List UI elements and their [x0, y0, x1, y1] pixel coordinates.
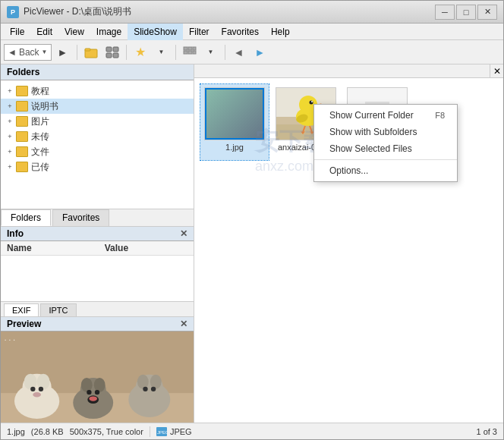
- file-item-1jpg[interactable]: 1.jpg: [200, 84, 269, 160]
- expander-icon: +: [4, 115, 16, 127]
- forward-button[interactable]: ►: [53, 43, 73, 61]
- svg-point-25: [87, 390, 91, 394]
- folder-tree[interactable]: + 教程 + 说明书 + 图片 + 未传: [1, 80, 194, 209]
- status-format-text: JPEG: [170, 427, 192, 436]
- open-folder-button[interactable]: [81, 43, 101, 61]
- expander-icon: +: [4, 130, 16, 143]
- menu-edit[interactable]: Edit: [30, 24, 58, 40]
- folder-icon: [16, 162, 28, 172]
- grid-icon: [106, 46, 119, 58]
- folder-icon: [16, 86, 28, 96]
- tree-label: 说明书: [31, 100, 58, 113]
- svg-point-28: [89, 396, 97, 401]
- preview-close-button[interactable]: ✕: [180, 319, 187, 329]
- menu-slideshow[interactable]: SlideShow: [128, 24, 183, 40]
- main-window: P PicViewer - D:\桌面\说明书 ─ □ ✕ File Edit …: [0, 0, 504, 440]
- folder-icon: [16, 131, 28, 142]
- menu-help[interactable]: Help: [265, 24, 296, 40]
- toolbar-separator-1: [77, 45, 77, 60]
- status-separator-1: [150, 426, 150, 437]
- title-bar: P PicViewer - D:\桌面\说明书 ─ □ ✕: [1, 1, 503, 24]
- svg-rect-11: [193, 51, 196, 54]
- svg-point-34: [151, 387, 156, 391]
- svg-rect-6: [184, 47, 187, 50]
- status-format: JPEG JPEG: [156, 427, 192, 436]
- menu-image[interactable]: Image: [90, 24, 128, 40]
- svg-text:JPEG: JPEG: [157, 430, 167, 435]
- minimize-button[interactable]: ─: [435, 5, 455, 20]
- dropdown-arrow-icon: ▼: [42, 49, 48, 55]
- tree-item-tupian[interactable]: + 图片: [1, 114, 194, 129]
- back-arrow-icon: ◄: [8, 47, 17, 58]
- tab-exif[interactable]: EXIF: [4, 303, 39, 316]
- preview-panel: Preview ✕: [1, 316, 194, 423]
- nav-next-button[interactable]: ►: [250, 43, 270, 61]
- tree-label: 文件: [31, 146, 49, 159]
- info-col-value: Value: [99, 241, 194, 256]
- tab-folders[interactable]: Folders: [1, 209, 51, 226]
- preview-title: Preview: [7, 319, 41, 329]
- toolbar: ◄ Back ▼ ► ★ ▼: [1, 40, 503, 64]
- status-bar: 1.jpg (26.8 KB 500x375, True color JPEG …: [1, 423, 503, 439]
- dd-show-current-folder[interactable]: Show Current Folder F8: [314, 107, 457, 124]
- svg-point-17: [37, 374, 50, 390]
- dd-options[interactable]: Options...: [314, 162, 457, 179]
- tree-item-jiacheng[interactable]: + 教程: [1, 83, 194, 99]
- star-button[interactable]: ★: [131, 43, 150, 61]
- menu-file[interactable]: File: [4, 24, 30, 40]
- dd-shortcut: F8: [435, 111, 445, 120]
- tab-iptc[interactable]: IPTC: [40, 303, 76, 316]
- view-mode-icon: [183, 46, 197, 58]
- menu-filter[interactable]: Filter: [183, 24, 216, 40]
- maximize-button[interactable]: □: [456, 5, 476, 20]
- tree-item-yichuan[interactable]: + 已传: [1, 159, 194, 174]
- right-panel-container: ✕ 1.jpg: [194, 64, 503, 423]
- toolbar-separator-2: [126, 45, 127, 60]
- preview-image: ...: [1, 332, 194, 423]
- svg-rect-9: [184, 51, 187, 54]
- menu-view[interactable]: View: [58, 24, 90, 40]
- svg-point-19: [39, 387, 43, 391]
- tree-item-shuomingshu[interactable]: + 说明书: [1, 99, 194, 114]
- close-button[interactable]: ✕: [477, 5, 497, 20]
- folder-icon: [16, 146, 28, 157]
- dd-show-with-subfolders[interactable]: Show with Subfolders: [314, 124, 457, 140]
- thumbnails-button[interactable]: [102, 43, 122, 61]
- svg-rect-1: [85, 49, 90, 51]
- svg-rect-4: [106, 53, 112, 58]
- svg-rect-8: [193, 47, 196, 50]
- status-page: 1 of 3: [476, 427, 497, 436]
- expander-icon: +: [4, 85, 16, 97]
- svg-point-16: [24, 374, 37, 390]
- dd-show-selected-files[interactable]: Show Selected Files: [314, 140, 457, 157]
- folders-header: Folders: [1, 64, 194, 80]
- dd-label: Options...: [329, 165, 368, 176]
- view-mode-button[interactable]: [180, 43, 200, 61]
- right-panel-close-button[interactable]: ✕: [490, 64, 503, 78]
- expander-icon: +: [4, 146, 16, 158]
- preview-header: Preview ✕: [1, 317, 194, 332]
- tab-favorites[interactable]: Favorites: [52, 209, 109, 226]
- tree-label: 教程: [31, 85, 49, 98]
- toolbar-separator-3: [175, 45, 176, 60]
- info-header: Info ✕: [1, 227, 194, 241]
- menu-bar: File Edit View Image SlideShow Filter Fa…: [1, 24, 503, 40]
- nav-prev-button[interactable]: ◄: [229, 43, 249, 61]
- tree-item-wenjian[interactable]: + 文件: [1, 144, 194, 159]
- tree-item-weichuan[interactable]: + 未传: [1, 129, 194, 144]
- svg-point-33: [143, 387, 147, 391]
- window-title: PicViewer - D:\桌面\说明书: [24, 5, 435, 18]
- dd-label: Show Selected Files: [329, 143, 412, 154]
- info-close-button[interactable]: ✕: [180, 228, 187, 239]
- svg-point-20: [33, 392, 41, 397]
- svg-rect-7: [188, 47, 192, 50]
- back-button[interactable]: ◄ Back ▼: [4, 44, 52, 61]
- menu-favorites[interactable]: Favorites: [216, 24, 265, 40]
- main-area: Folders + 教程 + 说明书 + 图片: [1, 64, 503, 423]
- tree-label: 已传: [31, 161, 49, 174]
- info-col-name: Name: [1, 241, 99, 256]
- expander-icon: +: [4, 161, 16, 173]
- info-panel: Info ✕ Name Value: [1, 226, 194, 301]
- star-dropdown[interactable]: ▼: [152, 43, 172, 61]
- view-dropdown[interactable]: ▼: [201, 43, 221, 61]
